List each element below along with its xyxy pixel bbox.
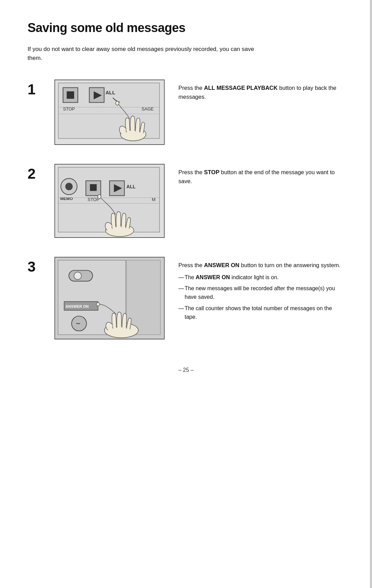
bullet-3: The call counter shows the total number …: [178, 304, 344, 322]
svg-point-10: [116, 101, 119, 105]
step-2-diagram: MEMO ALL STOP M: [54, 164, 165, 238]
svg-text:MEMO: MEMO: [60, 196, 73, 201]
step-1-description: Press the ALL MESSAGE PLAYBACK button to…: [178, 84, 344, 101]
step-3-bullets: The ANSWER ON indicator light is on. The…: [178, 273, 344, 322]
step-3-description: Press the ANSWER ON button to turn on th…: [178, 261, 344, 270]
bullet-1: The ANSWER ON indicator light is on.: [178, 273, 344, 282]
svg-rect-35: [126, 260, 160, 335]
step-2-description: Press the STOP button at the end of the …: [178, 168, 344, 186]
svg-point-26: [98, 195, 101, 199]
svg-rect-17: [90, 184, 97, 191]
step-number-1: 1: [28, 82, 41, 97]
step-2-text: Press the STOP button at the end of the …: [178, 164, 344, 188]
svg-rect-3: [67, 91, 74, 99]
bullet-2: The new messages will be recorded after …: [178, 284, 344, 302]
diagram-1-svg: ALL STOP SAGE: [55, 80, 164, 144]
step-3-text: Press the ANSWER ON button to turn on th…: [178, 257, 344, 324]
step-number-2: 2: [28, 167, 41, 181]
diagram-2-svg: MEMO ALL STOP M: [55, 165, 164, 237]
page-title: Saving some old messages: [28, 21, 344, 35]
svg-text:ALL: ALL: [105, 90, 115, 95]
diagram-3-svg: ANSWER ON –: [55, 258, 164, 339]
step-number-3: 3: [28, 260, 41, 274]
step-1-diagram: ALL STOP SAGE: [54, 80, 165, 145]
svg-point-14: [65, 183, 73, 190]
step-1-text: Press the ALL MESSAGE PLAYBACK button to…: [178, 80, 344, 103]
intro-text: If you do not want to clear away some ol…: [28, 45, 262, 62]
step-2: 2 MEMO ALL STOP M: [28, 164, 344, 238]
step-3: 3 ANSWER ON –: [28, 257, 344, 339]
svg-text:–: –: [76, 319, 80, 327]
page-number: – 25 –: [28, 367, 344, 373]
step-3-diagram: ANSWER ON –: [54, 257, 165, 339]
right-border: [370, 0, 372, 588]
svg-point-30: [74, 272, 82, 280]
step-1: 1 ALL STOP SAGE: [28, 80, 344, 145]
svg-text:ANSWER ON: ANSWER ON: [65, 304, 89, 308]
svg-point-37: [96, 303, 100, 306]
svg-text:ALL: ALL: [126, 184, 136, 189]
